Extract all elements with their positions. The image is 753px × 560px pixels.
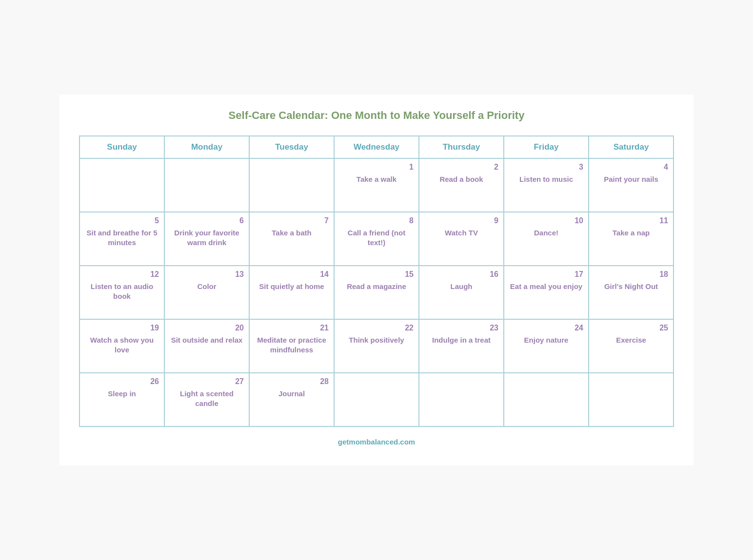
calendar-cell: 1Take a walk [334, 158, 419, 212]
cell-text: Meditate or practice mindfulness [255, 335, 329, 355]
calendar-row-2: 12Listen to an audio book13Color14Sit qu… [79, 266, 674, 319]
calendar-cell: 4Paint your nails [589, 158, 674, 212]
cell-number: 11 [594, 216, 668, 225]
cell-number: 15 [339, 270, 414, 279]
header-thursday: Thursday [419, 136, 504, 158]
calendar-cell: 22Think positively [334, 319, 419, 373]
cell-text: Enjoy nature [509, 335, 583, 345]
cell-number: 12 [85, 270, 159, 279]
calendar-cell [589, 373, 674, 426]
cell-number: 22 [339, 324, 414, 332]
calendar-cell: 13Color [164, 266, 249, 319]
footer-link: getmombalanced.com [79, 438, 674, 446]
cell-number: 6 [170, 216, 244, 225]
calendar-cell: 14Sit quietly at home [249, 266, 334, 319]
header-wednesday: Wednesday [334, 136, 419, 158]
cell-text: Sit outside and relax [170, 335, 244, 345]
calendar-cell: 8Call a friend (not text!) [334, 212, 419, 266]
calendar-cell: 21Meditate or practice mindfulness [249, 319, 334, 373]
calendar-cell: 5Sit and breathe for 5 minutes [79, 212, 164, 266]
calendar-cell: 17Eat a meal you enjoy [504, 266, 589, 319]
cell-text: Take a nap [594, 228, 668, 238]
cell-text: Light a scented candle [170, 389, 244, 409]
calendar-cell: 6Drink your favorite warm drink [164, 212, 249, 266]
cell-number: 24 [509, 324, 583, 332]
cell-text: Journal [255, 389, 329, 399]
calendar-cell: 19Watch a show you love [79, 319, 164, 373]
cell-number: 26 [85, 377, 159, 386]
header-friday: Friday [504, 136, 589, 158]
cell-text: Take a bath [255, 228, 329, 238]
calendar-cell: 25Exercise [589, 319, 674, 373]
cell-number: 1 [339, 163, 414, 172]
header-tuesday: Tuesday [249, 136, 334, 158]
calendar-cell: 11Take a nap [589, 212, 674, 266]
cell-text: Sleep in [85, 389, 159, 399]
cell-number: 27 [170, 377, 244, 386]
cell-number: 18 [594, 270, 668, 279]
cell-number: 19 [85, 324, 159, 332]
calendar-cell: 24Enjoy nature [504, 319, 589, 373]
cell-number: 17 [509, 270, 583, 279]
calendar-cell: 27Light a scented candle [164, 373, 249, 426]
calendar-cell: 15Read a magazine [334, 266, 419, 319]
cell-number: 5 [85, 216, 159, 225]
cell-text: Drink your favorite warm drink [170, 228, 244, 248]
cell-number: 23 [424, 324, 498, 332]
cell-text: Watch TV [424, 228, 498, 238]
cell-text: Think positively [339, 335, 414, 345]
calendar-cell: 3Listen to music [504, 158, 589, 212]
cell-number: 14 [255, 270, 329, 279]
calendar-cell [419, 373, 504, 426]
cell-text: Call a friend (not text!) [339, 228, 414, 248]
cell-text: Exercise [594, 335, 668, 345]
cell-number: 7 [255, 216, 329, 225]
calendar-row-3: 19Watch a show you love20Sit outside and… [79, 319, 674, 373]
calendar-cell: 12Listen to an audio book [79, 266, 164, 319]
cell-number: 10 [509, 216, 583, 225]
cell-number: 4 [594, 163, 668, 172]
calendar-cell: 16Laugh [419, 266, 504, 319]
cell-text: Listen to music [509, 174, 583, 184]
calendar-cell [79, 158, 164, 212]
calendar-cell: 10Dance! [504, 212, 589, 266]
calendar-cell: 9Watch TV [419, 212, 504, 266]
calendar-table: SundayMondayTuesdayWednesdayThursdayFrid… [79, 135, 674, 427]
cell-text: Dance! [509, 228, 583, 238]
calendar-row-4: 26Sleep in27Light a scented candle28Jour… [79, 373, 674, 426]
header-monday: Monday [164, 136, 249, 158]
calendar-cell: 28Journal [249, 373, 334, 426]
calendar-cell [334, 373, 419, 426]
calendar-cell [249, 158, 334, 212]
calendar-row-1: 5Sit and breathe for 5 minutes6Drink you… [79, 212, 674, 266]
calendar-cell: 23Indulge in a treat [419, 319, 504, 373]
cell-text: Read a magazine [339, 282, 414, 291]
calendar-cell [164, 158, 249, 212]
header-sunday: Sunday [79, 136, 164, 158]
calendar-cell: 7Take a bath [249, 212, 334, 266]
cell-number: 9 [424, 216, 498, 225]
calendar-cell: 20Sit outside and relax [164, 319, 249, 373]
cell-number: 8 [339, 216, 414, 225]
cell-text: Girl's Night Out [594, 282, 668, 291]
cell-text: Laugh [424, 282, 498, 291]
cell-text: Sit and breathe for 5 minutes [85, 228, 159, 248]
header-row: SundayMondayTuesdayWednesdayThursdayFrid… [79, 136, 674, 158]
cell-number: 13 [170, 270, 244, 279]
calendar-row-0: 1Take a walk2Read a book3Listen to music… [79, 158, 674, 212]
cell-text: Indulge in a treat [424, 335, 498, 345]
cell-text: Paint your nails [594, 174, 668, 184]
page-title: Self-Care Calendar: One Month to Make Yo… [79, 109, 674, 122]
calendar-cell: 18Girl's Night Out [589, 266, 674, 319]
cell-number: 16 [424, 270, 498, 279]
calendar-cell: 26Sleep in [79, 373, 164, 426]
cell-number: 25 [594, 324, 668, 332]
cell-number: 20 [170, 324, 244, 332]
cell-number: 2 [424, 163, 498, 172]
calendar-cell [504, 373, 589, 426]
cell-number: 28 [255, 377, 329, 386]
header-saturday: Saturday [589, 136, 674, 158]
cell-text: Read a book [424, 174, 498, 184]
cell-text: Listen to an audio book [85, 282, 159, 302]
cell-text: Sit quietly at home [255, 282, 329, 291]
